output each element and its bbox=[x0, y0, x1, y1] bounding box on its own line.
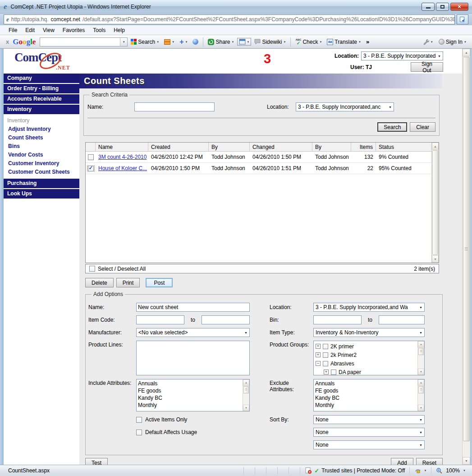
test-button[interactable]: Test bbox=[85, 458, 108, 465]
add-button[interactable]: Add bbox=[391, 458, 413, 465]
sidebar-item-company[interactable]: Company bbox=[4, 74, 79, 83]
list-item[interactable]: Kandy BC bbox=[138, 394, 241, 402]
security-zone-area[interactable]: ✓ Trusted sites | Protected Mode: Off bbox=[300, 467, 409, 474]
scroll-up-icon[interactable]: ▲ bbox=[418, 341, 424, 347]
bin-from-input[interactable] bbox=[313, 315, 362, 324]
collapse-icon[interactable]: − bbox=[316, 361, 321, 366]
signout-button[interactable]: Sign Out bbox=[411, 62, 443, 72]
page-scrollbar[interactable]: ▲ ▼ bbox=[462, 49, 470, 465]
translate-button[interactable]: áa Translate▼ bbox=[325, 38, 363, 46]
list-item[interactable]: Kandy BC bbox=[315, 394, 416, 402]
sort-by-select-3[interactable]: None▼ bbox=[313, 440, 425, 449]
scroll-up-icon[interactable]: ▲ bbox=[418, 379, 424, 386]
search-name-input[interactable] bbox=[134, 102, 215, 111]
sheet-link[interactable]: 3M count 4-26-2010 bbox=[98, 154, 147, 160]
sidebar-item-accounts-receivable[interactable]: Accounts Receivable bbox=[4, 94, 79, 104]
scroll-up-icon[interactable]: ▲ bbox=[432, 143, 439, 150]
col-created[interactable]: Created bbox=[148, 143, 209, 151]
toolbar-search-input[interactable] bbox=[40, 38, 120, 46]
scroll-down-icon[interactable]: ▼ bbox=[463, 457, 470, 465]
scrollbar-thumb[interactable] bbox=[418, 386, 424, 393]
menu-favorites[interactable]: Favorites bbox=[59, 26, 89, 34]
sort-by-select-2[interactable]: None▼ bbox=[313, 428, 425, 437]
sidebar-item-order-entry-billing[interactable]: Order Entry - Billing bbox=[4, 84, 79, 93]
sidebar-subitem-vendor-costs[interactable]: Vendor Costs bbox=[4, 151, 79, 159]
add-location-select[interactable]: 3 - P.B.E. Supply Incorporated,and Wa▼ bbox=[313, 303, 425, 312]
menu-file[interactable]: File bbox=[5, 26, 21, 34]
scrollbar-thumb[interactable] bbox=[243, 386, 249, 393]
share-button[interactable]: Share▼ bbox=[206, 38, 236, 46]
group-checkbox[interactable] bbox=[331, 370, 336, 375]
scroll-up-icon[interactable]: ▲ bbox=[243, 379, 249, 386]
protected-mode-button[interactable]: ▼ bbox=[409, 467, 431, 474]
scroll-down-icon[interactable]: ▼ bbox=[432, 255, 439, 263]
list-item[interactable]: Monthly bbox=[315, 402, 416, 409]
sidebar-subitem-customer-inventory[interactable]: Customer Inventory bbox=[4, 159, 79, 168]
list-item[interactable]: Annuals bbox=[138, 380, 241, 387]
toolbar-search-button[interactable]: Search▼ bbox=[129, 38, 161, 46]
row-checkbox[interactable] bbox=[88, 154, 94, 160]
sidebar-item-inventory[interactable]: Inventory bbox=[4, 105, 79, 114]
sheet-link[interactable]: House of Koloer C... bbox=[98, 165, 147, 171]
row-checkbox[interactable]: ✓ bbox=[88, 166, 94, 171]
expand-icon[interactable]: + bbox=[324, 370, 329, 374]
orkut-button[interactable] bbox=[191, 38, 200, 46]
toolbar-overflow-button[interactable]: » bbox=[364, 38, 371, 45]
menu-help[interactable]: Help bbox=[110, 26, 129, 34]
col-items[interactable]: Items bbox=[351, 143, 376, 151]
sidebar-subitem-adjust-inventory[interactable]: Adjust Inventory bbox=[4, 125, 79, 134]
search-history-dropdown-icon[interactable]: ▼ bbox=[120, 38, 127, 46]
scroll-down-icon[interactable]: ▼ bbox=[418, 369, 424, 375]
search-button[interactable]: Search bbox=[377, 122, 407, 132]
listbox-scrollbar[interactable]: ▲ ▼ bbox=[417, 379, 424, 411]
sidebar-subitem-bins[interactable]: Bins bbox=[4, 142, 79, 151]
default-affects-usage-checkbox[interactable] bbox=[136, 430, 142, 435]
sidebar-subitem-customer-count-sheets[interactable]: Customer Count Sheets bbox=[4, 168, 79, 176]
menu-edit[interactable]: Edit bbox=[21, 26, 39, 34]
add-gadget-button[interactable]: +▼ bbox=[178, 38, 189, 46]
group-checkbox[interactable] bbox=[323, 352, 328, 358]
reset-button[interactable]: Reset bbox=[416, 458, 443, 465]
add-name-input[interactable] bbox=[136, 303, 250, 312]
delete-button[interactable]: Delete bbox=[85, 278, 114, 287]
post-button[interactable]: Post bbox=[146, 278, 173, 287]
product-lines-listbox[interactable] bbox=[136, 341, 250, 375]
zoom-control[interactable]: 100% ▼ bbox=[431, 467, 470, 474]
print-button[interactable]: Print bbox=[116, 278, 140, 287]
exclude-attributes-listbox[interactable]: Annuals FE goods Kandy BC Monthly ▲ bbox=[313, 379, 425, 411]
select-all-checkbox[interactable] bbox=[89, 266, 95, 272]
listbox-scrollbar[interactable]: ▲ ▼ bbox=[417, 341, 424, 375]
scroll-down-icon[interactable]: ▼ bbox=[418, 405, 424, 411]
search-location-select[interactable]: 3 - P.B.E. Supply Incorporated,anc ▼ bbox=[296, 102, 394, 111]
scroll-up-icon[interactable]: ▲ bbox=[463, 49, 470, 56]
list-item[interactable]: FE goods bbox=[315, 387, 416, 394]
col-name[interactable]: Name bbox=[96, 143, 148, 151]
item-code-to-input[interactable] bbox=[202, 315, 250, 324]
active-items-checkbox[interactable] bbox=[136, 417, 142, 423]
sidebar-subitem-inventory[interactable]: Inventory bbox=[4, 116, 79, 125]
scrollbar-thumb[interactable] bbox=[463, 57, 470, 441]
group-checkbox[interactable] bbox=[323, 344, 328, 349]
header-location-select[interactable]: 3 - P.B.E. Supply Incorporated ▼ bbox=[361, 51, 443, 60]
clear-button[interactable]: Clear bbox=[410, 122, 435, 132]
sort-by-select-1[interactable]: None▼ bbox=[313, 415, 425, 424]
item-type-select[interactable]: Inventory & Non-Inventory▼ bbox=[313, 328, 425, 337]
sidebar-item-purchasing[interactable]: Purchasing bbox=[4, 179, 79, 188]
listbox-scrollbar[interactable]: ▲ ▼ bbox=[243, 379, 249, 411]
expand-icon[interactable]: + bbox=[316, 344, 321, 349]
spellcheck-button[interactable]: ABC✓ Check▼ bbox=[293, 37, 324, 46]
restore-button[interactable] bbox=[436, 3, 449, 11]
browser-mode-toggle-button[interactable]: ▼ bbox=[237, 38, 251, 46]
sidebar-subitem-count-sheets[interactable]: Count Sheets bbox=[4, 134, 79, 142]
menu-tools[interactable]: Tools bbox=[89, 26, 110, 34]
list-item[interactable]: FE goods bbox=[138, 387, 241, 394]
minimize-button[interactable] bbox=[422, 3, 435, 11]
col-created-by[interactable]: By bbox=[209, 143, 250, 151]
manufacturer-select[interactable]: <No value selected>▼ bbox=[136, 328, 250, 337]
url-input[interactable]: e http://utopia.hq.comcept.net/default.a… bbox=[4, 14, 455, 24]
sidebar-item-look-ups[interactable]: Look Ups bbox=[4, 189, 79, 199]
col-changed[interactable]: Changed bbox=[250, 143, 312, 151]
sidewiki-button[interactable]: Sidewiki▼ bbox=[252, 38, 288, 46]
toolbar-close-button[interactable]: x bbox=[4, 38, 11, 45]
table-scrollbar[interactable]: ▲ ▼ bbox=[431, 143, 439, 263]
